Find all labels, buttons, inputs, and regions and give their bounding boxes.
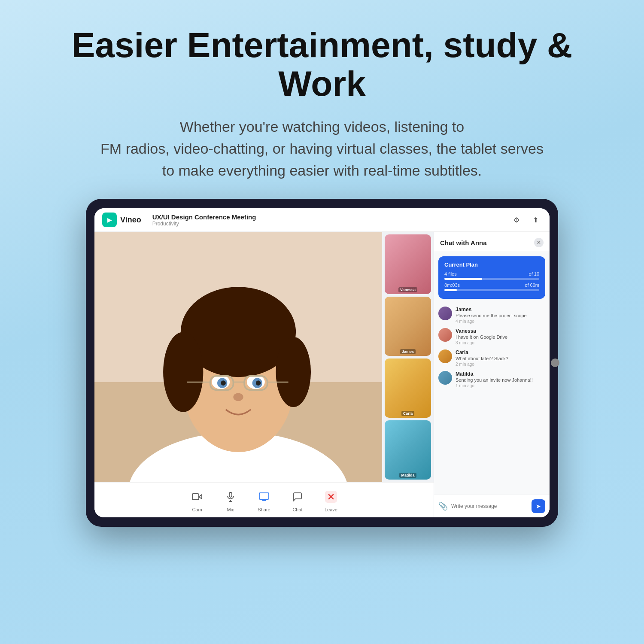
vanessa-video-bg: Vanessa — [385, 234, 431, 294]
list-item: James Please send me the project scope 4… — [438, 307, 545, 324]
video-person-svg — [94, 232, 382, 482]
message-time: 2 min ago — [456, 362, 508, 367]
meeting-subtitle: Productivity — [152, 221, 504, 227]
side-videos: Vanessa James Carla — [382, 232, 434, 482]
main-title: Easier Entertainment, study & Work — [34, 26, 610, 103]
video-area: Vanessa James Carla — [94, 232, 434, 482]
svg-point-13 — [256, 381, 261, 386]
svg-rect-21 — [229, 492, 232, 497]
cam-label: Cam — [192, 507, 202, 512]
logo-text: Vineo — [120, 216, 141, 225]
main-content: Vanessa James Carla — [94, 232, 550, 517]
cam-control[interactable]: Cam — [188, 488, 206, 512]
side-video-carla: Carla — [385, 358, 431, 418]
message-text: Please send me the project scope — [456, 313, 527, 318]
subtitle-line1: Whether you're watching videos, listenin… — [180, 118, 464, 135]
files-label-row: 4 files of 10 — [444, 271, 539, 276]
leave-label: Leave — [325, 507, 337, 512]
messages-list: James Please send me the project scope 4… — [434, 303, 550, 495]
share-screen-icon — [255, 488, 273, 506]
chat-control[interactable]: Chat — [289, 488, 307, 512]
share-label: Share — [258, 507, 270, 512]
avatar — [438, 328, 452, 342]
message-input[interactable] — [451, 503, 528, 509]
time-bar-bg — [444, 289, 539, 291]
message-body: Matilda Sending you an invite now Johann… — [456, 371, 533, 388]
files-label: 4 files — [444, 271, 457, 276]
message-sender: James — [456, 307, 527, 313]
share-control[interactable]: Share — [255, 488, 273, 512]
time-of: of 60m — [525, 283, 539, 288]
video-section: Vanessa James Carla — [94, 232, 434, 517]
files-of: of 10 — [529, 271, 539, 276]
list-item: Vanessa I have it on Google Drive 3 min … — [438, 328, 545, 345]
message-sender: Vanessa — [456, 328, 507, 334]
send-button[interactable]: ➤ — [532, 499, 545, 513]
cam-icon — [188, 488, 206, 506]
avatar — [438, 349, 452, 363]
time-label: 8m:03s — [444, 283, 460, 288]
meeting-title: UX/UI Design Conference Meeting — [152, 213, 504, 221]
message-sender: Matilda — [456, 371, 533, 377]
matilda-video-bg: Matilda — [385, 420, 431, 480]
close-chat-button[interactable]: ✕ — [534, 238, 544, 247]
message-text: What about later? Slack? — [456, 356, 508, 361]
side-video-vanessa: Vanessa — [385, 234, 431, 294]
list-item: Matilda Sending you an invite now Johann… — [438, 371, 545, 388]
tablet-side-button — [551, 358, 559, 367]
message-body: Vanessa I have it on Google Drive 3 min … — [456, 328, 507, 345]
matilda-label: Matilda — [399, 473, 416, 478]
header-section: Easier Entertainment, study & Work Wheth… — [0, 0, 644, 199]
logo: ▶ Vineo — [102, 213, 141, 227]
files-bar-fill — [444, 278, 482, 280]
meeting-info: UX/UI Design Conference Meeting Producti… — [147, 213, 504, 227]
message-text: I have it on Google Drive — [456, 334, 507, 340]
subtitle: Whether you're watching videos, listenin… — [34, 116, 610, 182]
list-item: Carla What about later? Slack? 2 min ago — [438, 349, 545, 367]
main-video — [94, 232, 382, 482]
time-plan-row: 8m:03s of 60m — [444, 283, 539, 291]
svg-rect-20 — [192, 494, 199, 500]
time-label-row: 8m:03s of 60m — [444, 283, 539, 288]
leave-control[interactable]: Leave — [322, 488, 340, 512]
carla-label: Carla — [401, 411, 415, 416]
leave-icon — [322, 488, 340, 506]
message-time: 4 min ago — [456, 319, 527, 324]
settings-icon[interactable]: ⚙ — [510, 213, 523, 226]
side-video-james: James — [385, 297, 431, 356]
share-icon[interactable]: ⬆ — [529, 213, 542, 226]
james-video-bg: James — [385, 297, 431, 356]
files-bar-bg — [444, 278, 539, 280]
svg-point-7 — [276, 337, 311, 407]
chat-panel-title: Chat with Anna — [440, 239, 487, 246]
chat-label: Chat — [292, 507, 302, 512]
james-label: James — [400, 349, 416, 354]
subtitle-line3: to make everything easier with real-time… — [162, 162, 482, 179]
vanessa-label: Vanessa — [398, 287, 417, 292]
chat-input-area: 📎 ➤ — [434, 495, 550, 517]
tablet-screen: ▶ Vineo UX/UI Design Conference Meeting … — [94, 208, 550, 517]
svg-point-12 — [221, 381, 226, 386]
message-time: 3 min ago — [456, 340, 507, 345]
mic-icon — [222, 488, 240, 506]
time-bar-fill — [444, 289, 457, 291]
svg-point-6 — [163, 332, 203, 413]
message-text: Sending you an invite now Johanna!! — [456, 377, 533, 383]
message-sender: Carla — [456, 349, 508, 355]
svg-point-19 — [233, 393, 243, 401]
chat-icon — [289, 488, 307, 506]
avatar — [438, 371, 452, 385]
top-bar: ▶ Vineo UX/UI Design Conference Meeting … — [94, 208, 550, 232]
chat-header: Chat with Anna ✕ — [434, 232, 550, 252]
avatar — [438, 307, 452, 320]
message-body: Carla What about later? Slack? 2 min ago — [456, 349, 508, 367]
logo-icon: ▶ — [102, 213, 117, 227]
message-time: 1 min ago — [456, 383, 533, 388]
chat-panel: Chat with Anna ✕ Current Plan 4 files of… — [434, 232, 550, 517]
mic-control[interactable]: Mic — [222, 488, 240, 512]
svg-rect-24 — [259, 493, 269, 499]
carla-video-bg: Carla — [385, 358, 431, 418]
controls-bar: Cam Mic — [94, 482, 434, 517]
attach-button[interactable]: 📎 — [438, 501, 448, 511]
mic-label: Mic — [227, 507, 234, 512]
